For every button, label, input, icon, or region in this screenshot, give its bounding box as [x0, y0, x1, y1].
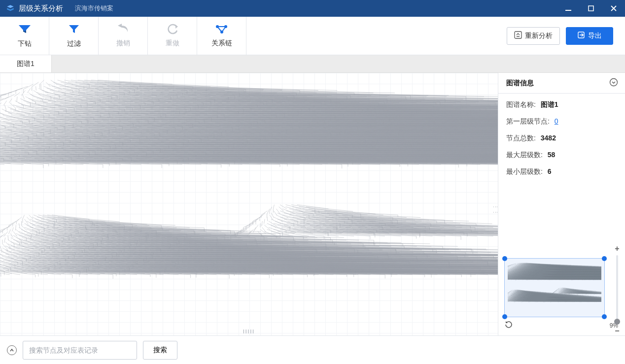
- export-button[interactable]: 导出: [566, 27, 613, 45]
- info-min-levels: 最小层级数: 6: [506, 167, 617, 176]
- export-label: 导出: [588, 32, 602, 40]
- chain-button[interactable]: 关系链: [197, 17, 246, 55]
- info-panel: 图谱信息 图谱名称: 图谱1 第一层级节点: 0 节点总数: 3482 最大层级…: [498, 73, 625, 335]
- tabstrip: 图谱1: [0, 55, 625, 73]
- name-label: 图谱名称:: [506, 100, 536, 108]
- max-levels-label: 最大层级数:: [506, 151, 543, 159]
- info-max-levels: 最大层级数: 58: [506, 151, 617, 160]
- zoom-thumb[interactable]: [614, 319, 620, 325]
- minimap-handle-tl[interactable]: [502, 256, 507, 261]
- svg-point-7: [610, 79, 618, 86]
- redo-label: 重做: [166, 39, 179, 48]
- reanalyze-button[interactable]: 重新分析: [507, 27, 560, 45]
- bottombar: 搜索: [0, 335, 625, 364]
- svg-rect-0: [565, 10, 571, 11]
- svg-rect-1: [589, 6, 593, 11]
- search-input[interactable]: [23, 341, 137, 360]
- minimap-handle-br[interactable]: [602, 314, 607, 319]
- toolbar: 下钻 过滤 撤销 重做 关系链: [0, 17, 625, 55]
- undo-label: 撤销: [116, 39, 130, 48]
- zoom-out-button[interactable]: −: [613, 327, 622, 335]
- chain-label: 关系链: [211, 39, 232, 48]
- minimap[interactable]: [504, 258, 605, 317]
- panel-header: 图谱信息: [498, 73, 625, 94]
- drill-button[interactable]: 下钻: [0, 17, 49, 55]
- case-name: 滨海市传销案: [75, 4, 113, 13]
- redo-button[interactable]: 重做: [148, 17, 197, 55]
- info-total-nodes: 节点总数: 3482: [506, 134, 617, 143]
- zoom-in-button[interactable]: +: [613, 244, 622, 253]
- reanalyze-icon: [514, 31, 522, 40]
- titlebar: 层级关系分析 滨海市传销案: [0, 0, 625, 17]
- reanalyze-label: 重新分析: [525, 32, 553, 40]
- collapse-icon[interactable]: [609, 78, 618, 88]
- min-levels-value: 6: [548, 167, 552, 175]
- toolbar-right: 重新分析 导出: [507, 27, 620, 45]
- info-list: 图谱名称: 图谱1 第一层级节点: 0 节点总数: 3482 最大层级数: 58…: [498, 94, 625, 183]
- drill-icon: [18, 23, 32, 36]
- name-value: 图谱1: [541, 100, 558, 108]
- info-graph-name: 图谱名称: 图谱1: [506, 100, 617, 109]
- app-icon: [6, 4, 15, 13]
- drill-label: 下钻: [18, 39, 32, 48]
- toolbar-left: 下钻 过滤 撤销 重做 关系链: [0, 17, 246, 55]
- undo-icon: [117, 24, 130, 36]
- zoom-track[interactable]: [616, 255, 618, 325]
- panel-title: 图谱信息: [506, 79, 534, 88]
- window-controls: [557, 0, 625, 17]
- svg-rect-5: [515, 32, 521, 38]
- redo-icon: [167, 24, 178, 36]
- graph-canvas[interactable]: ⋮⋮ IIIII: [0, 73, 498, 335]
- total-nodes-label: 节点总数:: [506, 134, 536, 142]
- horizontal-splitter[interactable]: IIIII: [243, 329, 255, 334]
- info-first-level-nodes: 第一层级节点: 0: [506, 117, 617, 126]
- minimap-footer: 9%: [504, 317, 619, 332]
- graph-visualization: [0, 73, 498, 335]
- max-levels-value: 58: [548, 151, 556, 159]
- filter-button[interactable]: 过滤: [49, 17, 99, 55]
- close-button[interactable]: [602, 0, 625, 17]
- minimap-region: + − 9%: [498, 253, 625, 335]
- first-level-value[interactable]: 0: [555, 117, 558, 125]
- filter-label: 过滤: [67, 39, 81, 48]
- tab-graph1[interactable]: 图谱1: [0, 55, 52, 72]
- minimize-button[interactable]: [557, 0, 580, 17]
- total-nodes-value: 3482: [541, 134, 556, 142]
- min-levels-label: 最小层级数:: [506, 167, 543, 175]
- main-area: ⋮⋮ IIIII 图谱信息 图谱名称: 图谱1 第一层级节点: 0 节点总数: …: [0, 73, 625, 335]
- tab-graph1-label: 图谱1: [17, 60, 35, 68]
- vertical-splitter[interactable]: ⋮⋮: [493, 204, 498, 215]
- export-icon: [577, 31, 585, 40]
- undo-button[interactable]: 撤销: [99, 17, 148, 55]
- app-title: 层级关系分析: [19, 4, 63, 13]
- refresh-icon[interactable]: [504, 320, 513, 331]
- expand-icon[interactable]: [7, 345, 17, 355]
- maximize-button[interactable]: [580, 0, 602, 17]
- zoom-slider-col: + −: [610, 244, 624, 335]
- first-level-label: 第一层级节点:: [506, 117, 550, 125]
- minimap-thumbnail: [508, 262, 601, 314]
- minimap-handle-tr[interactable]: [602, 256, 607, 261]
- chain-icon: [215, 24, 229, 36]
- filter-icon: [68, 23, 80, 36]
- minimap-handle-bl[interactable]: [502, 314, 507, 319]
- search-button[interactable]: 搜索: [143, 341, 177, 360]
